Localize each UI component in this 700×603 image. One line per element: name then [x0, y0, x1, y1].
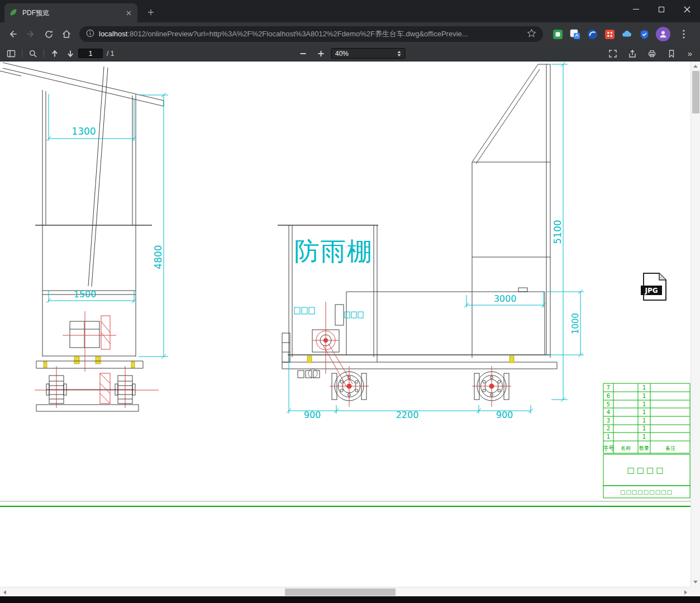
browser-navbar: localhost:8012/onlinePreview?url=http%3A… — [0, 22, 700, 46]
dim-1000: 1000 — [570, 313, 580, 334]
leaf-favicon-icon — [9, 8, 18, 18]
tb-row-qty: 1 — [642, 384, 646, 391]
pdf-viewer-toolbar: / 1 40% » — [0, 46, 700, 61]
wheel-left — [330, 366, 369, 407]
tb-footer-text: □□□□□□□□□ — [620, 489, 673, 495]
scrollbar-corner — [691, 587, 700, 596]
reload-button[interactable] — [40, 26, 57, 42]
side-view: 防雨棚 — [278, 62, 584, 420]
tb-row-qty: 1 — [642, 409, 646, 415]
profile-avatar[interactable] — [656, 27, 670, 41]
sidebar-toggle-button[interactable] — [3, 47, 19, 60]
site-info-icon[interactable] — [86, 29, 94, 40]
extension-icon-6[interactable] — [639, 29, 650, 40]
zoom-out-button[interactable] — [295, 47, 311, 60]
window-controls — [623, 0, 700, 18]
home-button[interactable] — [58, 26, 75, 42]
jpg-label: JPG — [644, 287, 658, 295]
dim-2200: 2200 — [396, 410, 419, 420]
extension-icon-4[interactable] — [604, 29, 615, 40]
scroll-up-arrow[interactable] — [691, 61, 700, 71]
extension-icon-1[interactable] — [552, 29, 563, 40]
zoom-level-value: 40% — [335, 50, 349, 58]
close-button[interactable] — [674, 0, 700, 18]
front-view: 1300 4800 1500 — [0, 63, 168, 411]
title-block: 7 1 6 1 5 1 4 1 3 1 2 1 1 1 序号 名称 数量 备注 … — [602, 383, 690, 498]
dim-5100: 5100 — [552, 220, 563, 244]
back-button[interactable] — [4, 26, 21, 42]
tb-row-seq: 1 — [607, 434, 610, 440]
window-bottom-edge — [0, 596, 700, 603]
tab-strip: PDF预览 — [0, 0, 623, 22]
tb-row-seq: 5 — [607, 401, 610, 407]
tb-name-header: 名称 — [621, 445, 631, 451]
url-bar[interactable]: localhost:8012/onlinePreview?url=http%3A… — [79, 26, 543, 42]
extension-icon-3[interactable] — [587, 29, 598, 40]
find-button[interactable] — [25, 47, 41, 60]
dim-3000: 3000 — [494, 293, 517, 304]
toolbar-divider — [22, 49, 22, 58]
vertical-scrollbar-thumb[interactable] — [692, 71, 699, 113]
dim-900-right: 900 — [496, 410, 513, 420]
tb-seq-header: 序号 — [602, 445, 615, 452]
tab-close-icon[interactable] — [124, 8, 133, 17]
toolbar-more-button[interactable]: » — [683, 47, 697, 60]
tb-title-text: □□□□ — [627, 466, 666, 474]
print-button[interactable] — [644, 47, 660, 60]
minimize-button[interactable] — [623, 0, 649, 18]
vertical-scrollbar[interactable] — [691, 61, 700, 587]
tb-row-qty: 1 — [642, 417, 646, 424]
tb-qty-header: 数量 — [639, 445, 649, 451]
bookmark-button[interactable] — [664, 47, 679, 60]
canopy-label: 防雨棚 — [294, 236, 373, 266]
browser-menu-button[interactable] — [677, 27, 691, 41]
dim-4800: 4800 — [153, 245, 164, 269]
url-text: localhost:8012/onlinePreview?url=http%3A… — [99, 29, 522, 39]
previous-page-button[interactable] — [47, 47, 63, 60]
scroll-down-arrow[interactable] — [691, 577, 700, 587]
dim-1300: 1300 — [72, 126, 96, 137]
horizontal-scrollbar[interactable] — [0, 587, 691, 596]
wheel-right — [472, 366, 511, 407]
fullscreen-button[interactable] — [605, 47, 621, 60]
zoom-in-button[interactable] — [313, 47, 328, 60]
tb-row-seq: 2 — [607, 425, 610, 431]
browser-titlebar: PDF预览 — [0, 0, 700, 22]
scroll-right-arrow[interactable] — [681, 587, 691, 597]
tb-row-qty: 1 — [642, 393, 646, 399]
tb-row-qty: 1 — [642, 401, 646, 407]
tb-note-header: 备注 — [665, 445, 675, 451]
tb-row-seq: 7 — [607, 384, 610, 391]
horizontal-scrollbar-thumb[interactable] — [285, 588, 396, 596]
extensions-area — [547, 27, 696, 41]
tb-row-seq: 4 — [607, 409, 610, 415]
pdf-page-canvas: .k { stroke:#3c3c3c; fill:none; stroke-w… — [0, 61, 691, 587]
toolbar-right-group: » — [605, 47, 697, 60]
url-host: localhost — [99, 30, 127, 38]
tb-row-qty: 1 — [642, 425, 646, 431]
maximize-button[interactable] — [649, 0, 674, 18]
zoom-level-select[interactable]: 40% — [331, 48, 405, 59]
page-total-label: / 1 — [107, 50, 114, 58]
browser-tab[interactable]: PDF预览 — [4, 3, 137, 22]
tb-row-qty: 1 — [642, 434, 646, 440]
url-path: :8012/onlinePreview?url=http%3A%2F%2Floc… — [127, 30, 468, 38]
open-file-button[interactable] — [625, 47, 640, 60]
extension-icon-5[interactable] — [621, 29, 632, 40]
bookmark-star-icon[interactable] — [527, 29, 536, 40]
toolbar-divider — [44, 49, 44, 58]
cad-drawing: .k { stroke:#3c3c3c; fill:none; stroke-w… — [0, 61, 691, 587]
select-spinner-icon — [397, 51, 401, 56]
jpg-file-icon: JPG — [641, 273, 666, 300]
zoom-controls: 40% — [295, 47, 405, 60]
page-number-input[interactable] — [78, 49, 103, 58]
next-page-button[interactable] — [63, 47, 78, 60]
dim-1500: 1500 — [74, 289, 97, 300]
scroll-left-arrow[interactable] — [0, 587, 9, 597]
tb-row-seq: 6 — [607, 393, 610, 399]
forward-button[interactable] — [22, 26, 39, 42]
dim-900-left: 900 — [304, 410, 321, 420]
new-tab-button[interactable] — [143, 4, 159, 20]
tb-row-seq: 3 — [607, 417, 610, 424]
extension-icon-2[interactable] — [569, 29, 580, 40]
